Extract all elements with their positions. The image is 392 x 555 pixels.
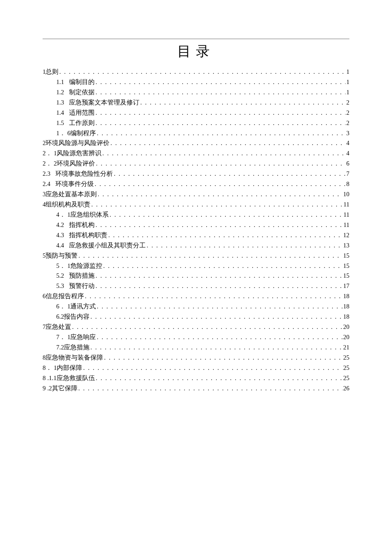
toc-page: 25 <box>343 373 350 384</box>
toc-text: 环境风险评价 <box>57 160 95 167</box>
toc-leader <box>95 373 343 384</box>
toc-label: 5.3预警行动 <box>56 281 95 291</box>
page-title: 目录 <box>43 42 349 61</box>
toc-leader <box>113 169 346 179</box>
toc-entry: 3应急处置基本原则 10 <box>43 189 349 200</box>
table-of-contents: 1总则 11.1编制目的 11.2制定依据 11.3应急预案文本管理及修订 21… <box>43 67 349 394</box>
toc-leader <box>97 189 342 200</box>
toc-label: 5.2预防措施 <box>56 271 95 281</box>
toc-page: 25 <box>343 353 350 363</box>
toc-entry: 6． 1通讯方式 18 <box>43 302 349 312</box>
toc-entry: 8． 1内部保障 25 <box>43 363 349 373</box>
toc-text: 应急预案文本管理及修订 <box>69 99 139 106</box>
toc-label: 8 .1.1应急救援队伍 <box>43 373 95 384</box>
toc-label: 5预防与预警 <box>43 251 78 261</box>
toc-text: 信息报告程序 <box>46 293 84 299</box>
toc-leader <box>89 343 342 353</box>
toc-number: 9 .2 <box>43 384 52 394</box>
toc-entry: 1.3应急预案文本管理及修订 2 <box>43 98 349 108</box>
toc-number: 8 .1.1 <box>43 373 57 384</box>
toc-text: 预防与预警 <box>46 252 78 259</box>
toc-number: 2.3 <box>43 169 50 179</box>
toc-label: 1.5工作原则 <box>56 118 95 128</box>
toc-entry: 7． 1应急响应 20 <box>43 332 349 343</box>
toc-leader <box>95 220 343 230</box>
toc-label: 2.4环境事件分级 <box>43 179 94 189</box>
toc-page: 1 <box>346 87 349 98</box>
toc-leader <box>82 363 342 373</box>
toc-page: 20 <box>343 332 350 343</box>
toc-leader <box>109 210 343 220</box>
toc-number: 4.4 <box>56 241 64 251</box>
toc-text: 指挥机构 <box>69 221 95 228</box>
toc-leader <box>71 322 342 332</box>
toc-text: 应急响应 <box>70 334 96 340</box>
toc-leader <box>95 77 346 87</box>
toc-page: 11 <box>343 200 349 210</box>
toc-text: 应急救援队伍 <box>57 375 95 381</box>
toc-leader <box>95 118 346 128</box>
toc-leader <box>58 67 346 77</box>
toc-number: 1.1 <box>56 77 64 87</box>
toc-page: 4 <box>346 148 349 159</box>
toc-number: 1.4 <box>56 108 64 118</box>
toc-text: 危险源监控 <box>70 262 102 269</box>
toc-label: 9 .2其它保障 <box>43 384 78 394</box>
toc-text: 报告内容 <box>64 313 89 320</box>
toc-leader <box>95 87 346 98</box>
toc-entry: 1.5工作原则 2 <box>43 118 349 128</box>
toc-entry: 8应急物资与装备保障 25 <box>43 353 349 363</box>
toc-leader <box>102 261 342 271</box>
toc-entry: 4.3指挥机构职责 12 <box>43 230 349 241</box>
toc-text: 风险源危害辨识 <box>57 150 101 157</box>
toc-entry: 1.2制定依据 1 <box>43 87 349 98</box>
toc-label: 1.3应急预案文本管理及修订 <box>56 98 139 108</box>
toc-text: 应急救援小组及其职责分工 <box>69 242 146 249</box>
toc-entry: 9 .2其它保障 26 <box>43 384 349 394</box>
toc-entry: 1总则 1 <box>43 67 349 77</box>
toc-number: 4． 1 <box>56 210 70 220</box>
toc-text: 环境事件分级 <box>55 180 94 187</box>
toc-entry: 6.2报告内容 18 <box>43 312 349 322</box>
toc-text: 其它保障 <box>52 385 78 392</box>
toc-label: 1.4适用范围 <box>56 108 95 118</box>
toc-entry: 2.4环境事件分级 8 <box>43 179 349 189</box>
toc-entry: 4． 1应急组织体系 11 <box>43 210 349 220</box>
toc-label: 2环境风险源与风险评价 <box>43 138 110 148</box>
toc-number: 1． 6 <box>56 128 70 139</box>
toc-number: 4.3 <box>56 230 64 241</box>
toc-text: 应急组织体系 <box>70 211 109 218</box>
toc-label: 1.1编制目的 <box>56 77 95 87</box>
toc-page: 2 <box>346 118 349 128</box>
toc-label: 4.3指挥机构职责 <box>56 230 107 241</box>
toc-number: 6.2 <box>56 312 64 322</box>
toc-page: 7 <box>346 169 349 179</box>
toc-leader <box>90 200 343 210</box>
toc-number: 6． 1 <box>56 302 70 312</box>
toc-page: 12 <box>343 230 350 241</box>
toc-label: 7.2应急措施 <box>56 343 89 353</box>
toc-label: 8应急物资与装备保障 <box>43 353 103 363</box>
toc-leader <box>78 251 342 261</box>
toc-label: 4组织机构及职责 <box>43 200 90 210</box>
toc-leader <box>96 128 346 139</box>
toc-entry: 8 .1.1应急救援队伍 25 <box>43 373 349 384</box>
toc-label: 8． 1内部保障 <box>43 363 82 373</box>
toc-leader <box>146 241 342 251</box>
toc-number: 4.2 <box>56 220 64 230</box>
toc-entry: 1.4适用范围 2 <box>43 108 349 118</box>
toc-page: 13 <box>343 241 350 251</box>
toc-text: 环境事故危险性分析 <box>55 170 113 177</box>
toc-entry: 7.2应急措施 21 <box>43 343 349 353</box>
toc-text: 环境风险源与风险评价 <box>46 139 110 146</box>
toc-number: 2． 1 <box>43 148 57 159</box>
toc-leader <box>96 302 342 312</box>
toc-text: 应急物资与装备保障 <box>46 354 103 361</box>
toc-entry: 1.1编制目的 1 <box>43 77 349 87</box>
toc-entry: 2环境风险源与风险评价 4 <box>43 138 349 148</box>
toc-label: 6信息报告程序 <box>43 291 84 302</box>
toc-page: 18 <box>343 302 350 312</box>
toc-label: 6． 1通讯方式 <box>56 302 96 312</box>
toc-page: 18 <box>343 312 350 322</box>
toc-page: 25 <box>343 363 350 373</box>
